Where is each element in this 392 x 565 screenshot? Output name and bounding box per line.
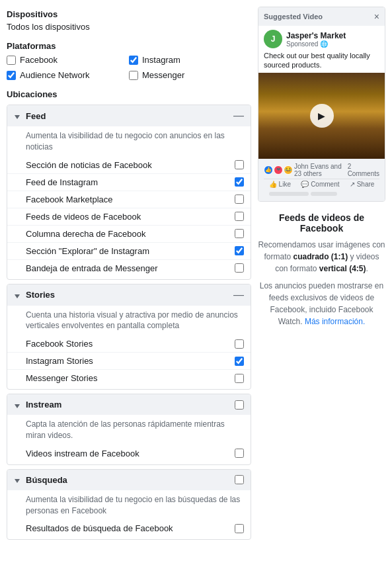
platforms-title: Plataformas [7,41,251,51]
engagement-left: 👍 ❤ 😂 John Evans and 23 others [264,163,348,177]
page-dots [264,190,379,198]
checkbox-facebook-instream-videos[interactable] [235,449,244,458]
info-title: Feeds de videos de Facebook [258,212,385,234]
share-button[interactable]: ↗ Share [350,181,375,188]
preview-image: ▶ [258,73,385,159]
sponsored-globe-icon: 🌐 [320,40,328,48]
checkbox-messenger-stories[interactable] [235,374,244,383]
checkbox-messenger-inbox[interactable] [235,263,244,273]
location-facebook-right-column[interactable]: Columna derecha de Facebook [7,225,251,242]
feed-header-left: Feed [14,111,46,121]
checkbox-instagram-explore[interactable] [235,246,244,255]
checkbox-facebook-news[interactable] [235,160,244,169]
share-icon: ↗ [350,181,355,188]
busqueda-chevron-icon [14,476,20,483]
busqueda-header-left: Búsqueda [14,475,67,485]
preview-card: Suggested Video × J Jasper's Market Spon… [258,7,385,202]
share-label: Share [357,181,375,188]
location-facebook-search-results[interactable]: Resultados de búsqueda de Facebook [7,520,251,537]
preview-footer: 👍 ❤ 😂 John Evans and 23 others 2 Comment… [258,159,385,201]
location-instagram-explore[interactable]: Sección "Explorar" de Instagram [7,242,251,259]
action-buttons: 👍 Like 💬 Comment ↗ Share [264,179,379,190]
location-facebook-instream-videos[interactable]: Videos instream de Facebook [7,445,251,462]
stories-section-name: Stories [26,290,55,300]
location-instagram-stories[interactable]: Instagram Stories [7,352,251,369]
play-button[interactable]: ▶ [310,104,334,128]
stories-header[interactable]: Stories — [7,284,251,306]
comment-icon: 💬 [301,181,309,188]
feed-header[interactable]: Feed — [7,105,251,126]
like-button[interactable]: 👍 Like [269,181,291,188]
ubicaciones-title: Ubicaciones [7,89,251,99]
svg-marker-1 [15,294,20,298]
instream-section-name: Instream [26,400,61,410]
sponsored-label: Sponsored [286,40,318,48]
location-facebook-news[interactable]: Sección de noticias de Facebook [7,157,251,173]
engagement-row: 👍 ❤ 😂 John Evans and 23 others 2 Comment… [264,161,379,179]
preview-close-icon[interactable]: × [374,11,379,22]
stories-collapse-icon[interactable]: — [233,290,244,300]
page-line-1 [269,192,309,196]
checkbox-facebook-right-column[interactable] [235,229,244,238]
platform-facebook[interactable]: Facebook [7,54,129,66]
checkbox-facebook-marketplace[interactable] [235,195,244,204]
platforms-grid: Facebook Instagram Audience Network Mess… [7,54,251,81]
location-instagram-feed[interactable]: Feed de Instagram [7,173,251,191]
busqueda-header[interactable]: Búsqueda [7,470,251,490]
busqueda-items: Resultados de búsqueda de Facebook [7,517,251,539]
right-panel: Suggested Video × J Jasper's Market Spon… [258,7,385,548]
location-facebook-stories[interactable]: Facebook Stories [7,335,251,352]
like-label: Like [279,181,291,188]
stories-chevron-icon [14,292,20,298]
checkbox-facebook-search-results[interactable] [235,524,244,533]
busqueda-section: Búsqueda Aumenta la visibilidad de tu ne… [7,469,251,541]
preview-header: Suggested Video × [258,7,385,26]
platform-audience-network-label[interactable]: Audience Network [20,70,90,80]
like-icon: 👍 [269,181,277,188]
feed-collapse-icon[interactable]: — [233,110,244,121]
instream-header[interactable]: Instream [7,394,251,415]
busqueda-main-checkbox[interactable] [235,475,244,484]
checkbox-instagram-feed[interactable] [235,177,244,187]
ad-description: Check out our best quality locally sourc… [258,51,385,73]
busqueda-section-name: Búsqueda [26,475,67,485]
info-paragraph-1: Recomendamos usar imágenes con formato c… [258,239,385,275]
ad-sponsored-row: Sponsored 🌐 [286,40,379,48]
info-section: Feeds de videos de Facebook Recomendamos… [258,210,385,330]
platform-instagram-label[interactable]: Instagram [142,55,180,65]
checkbox-facebook-video-feeds[interactable] [235,212,244,221]
platform-messenger[interactable]: Messenger [129,69,251,81]
platform-facebook-checkbox[interactable] [7,56,16,65]
platform-instagram[interactable]: Instagram [129,54,251,66]
comment-button[interactable]: 💬 Comment [301,181,339,188]
location-messenger-stories[interactable]: Messenger Stories [7,369,251,386]
page-line-2 [311,192,337,196]
checkbox-instagram-stories[interactable] [235,357,244,366]
instream-description: Capta la atención de las personas rápida… [7,415,251,443]
instream-header-left: Instream [14,400,61,410]
checkbox-facebook-stories[interactable] [235,339,244,349]
platform-messenger-label[interactable]: Messenger [142,70,184,80]
location-facebook-marketplace[interactable]: Facebook Marketplace [7,191,251,208]
mas-informacion-link[interactable]: Más información. [305,317,365,326]
platform-instagram-checkbox[interactable] [129,56,138,65]
instream-main-checkbox[interactable] [235,400,244,410]
platform-facebook-label[interactable]: Facebook [20,55,58,65]
ad-meta-text: Jasper's Market Sponsored 🌐 [286,31,379,48]
instream-items: Videos instream de Facebook [7,443,251,464]
platform-messenger-checkbox[interactable] [129,71,138,80]
feed-section-name: Feed [26,111,46,121]
platform-audience-network-checkbox[interactable] [7,71,16,80]
location-facebook-video-feeds[interactable]: Feeds de videos de Facebook [7,208,251,225]
advertiser-name: Jasper's Market [286,31,379,40]
stories-items: Facebook Stories Instagram Stories Messe… [7,333,251,389]
platform-audience-network[interactable]: Audience Network [7,69,129,81]
svg-marker-2 [15,404,20,408]
feed-items: Sección de noticias de Facebook Feed de … [7,154,251,279]
location-messenger-inbox[interactable]: Bandeja de entrada de Messenger [7,259,251,277]
platforms-section: Plataformas Facebook Instagram Audience … [7,41,251,81]
comment-label: Comment [311,181,339,188]
info-p1-suffix: . [366,264,368,273]
preview-header-text: Suggested Video [264,13,323,21]
instream-section: Instream Capta la atención de las person… [7,394,251,465]
